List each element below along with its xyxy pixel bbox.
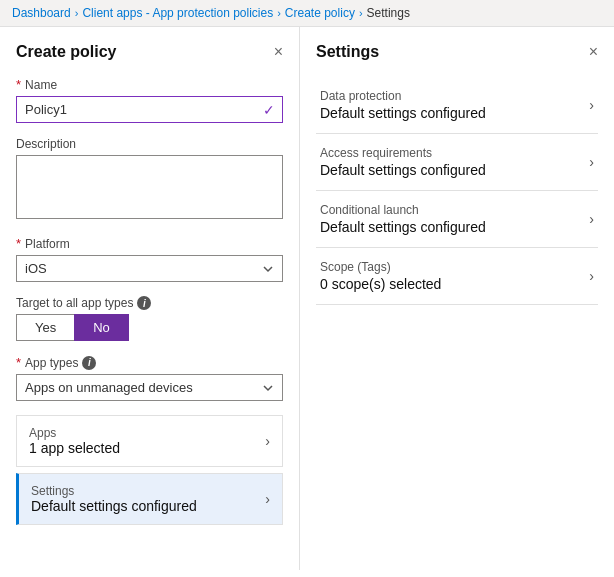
name-field-group: * Name ✓ (16, 77, 283, 123)
apps-nav-subtitle: 1 app selected (29, 440, 120, 456)
conditional-launch-content: Conditional launch Default settings conf… (320, 203, 486, 235)
breadcrumb-sep-2: › (277, 7, 281, 19)
data-protection-subtitle: Default settings configured (320, 105, 486, 121)
access-requirements-subtitle: Default settings configured (320, 162, 486, 178)
description-input[interactable] (16, 155, 283, 219)
app-types-info-icon[interactable]: i (82, 356, 96, 370)
access-requirements-title: Access requirements (320, 146, 486, 160)
scope-tags-item[interactable]: Scope (Tags) 0 scope(s) selected › (316, 248, 598, 305)
settings-nav-item[interactable]: Settings Default settings configured › (16, 473, 283, 525)
access-requirements-chevron-icon: › (589, 154, 594, 170)
settings-nav-content: Settings Default settings configured (31, 484, 197, 514)
target-toggle-label: Target to all app types i (16, 296, 283, 310)
breadcrumb-dashboard[interactable]: Dashboard (12, 6, 71, 20)
target-toggle-group: Target to all app types i Yes No (16, 296, 283, 341)
name-input[interactable] (16, 96, 283, 123)
platform-field-group: * Platform iOS Android Windows (16, 236, 283, 282)
left-panel-title: Create policy (16, 43, 116, 61)
apps-nav-content: Apps 1 app selected (29, 426, 120, 456)
main-content: Create policy × * Name ✓ Description * (0, 27, 614, 570)
settings-nav-title: Settings (31, 484, 197, 498)
settings-chevron-icon: › (265, 491, 270, 507)
app-types-field-group: * App types i Apps on unmanaged devices … (16, 355, 283, 401)
conditional-launch-item[interactable]: Conditional launch Default settings conf… (316, 191, 598, 248)
app-types-select[interactable]: Apps on unmanaged devices All apps (16, 374, 283, 401)
platform-select[interactable]: iOS Android Windows (16, 255, 283, 282)
description-label: Description (16, 137, 283, 151)
breadcrumb: Dashboard › Client apps - App protection… (0, 0, 614, 27)
data-protection-content: Data protection Default settings configu… (320, 89, 486, 121)
access-requirements-content: Access requirements Default settings con… (320, 146, 486, 178)
app-types-label: * App types i (16, 355, 283, 370)
scope-tags-title: Scope (Tags) (320, 260, 441, 274)
breadcrumb-create-policy[interactable]: Create policy (285, 6, 355, 20)
left-panel: Create policy × * Name ✓ Description * (0, 27, 300, 570)
platform-required-star: * (16, 236, 21, 251)
access-requirements-item[interactable]: Access requirements Default settings con… (316, 134, 598, 191)
name-input-wrapper: ✓ (16, 96, 283, 123)
settings-nav-subtitle: Default settings configured (31, 498, 197, 514)
breadcrumb-settings: Settings (367, 6, 410, 20)
apps-nav-item[interactable]: Apps 1 app selected › (16, 415, 283, 467)
conditional-launch-title: Conditional launch (320, 203, 486, 217)
name-required-star: * (16, 77, 21, 92)
data-protection-item[interactable]: Data protection Default settings configu… (316, 77, 598, 134)
apps-nav-title: Apps (29, 426, 120, 440)
conditional-launch-chevron-icon: › (589, 211, 594, 227)
left-panel-close-button[interactable]: × (274, 44, 283, 60)
conditional-launch-subtitle: Default settings configured (320, 219, 486, 235)
apps-chevron-icon: › (265, 433, 270, 449)
app-types-required-star: * (16, 355, 21, 370)
right-panel-title: Settings (316, 43, 379, 61)
target-no-button[interactable]: No (74, 314, 129, 341)
target-info-icon[interactable]: i (137, 296, 151, 310)
right-panel-close-button[interactable]: × (589, 44, 598, 60)
platform-label: * Platform (16, 236, 283, 251)
scope-tags-chevron-icon: › (589, 268, 594, 284)
name-label: * Name (16, 77, 283, 92)
breadcrumb-sep-3: › (359, 7, 363, 19)
right-panel: Settings × Data protection Default setti… (300, 27, 614, 570)
target-toggle: Yes No (16, 314, 283, 341)
data-protection-title: Data protection (320, 89, 486, 103)
scope-tags-subtitle: 0 scope(s) selected (320, 276, 441, 292)
name-check-icon: ✓ (263, 102, 275, 118)
data-protection-chevron-icon: › (589, 97, 594, 113)
target-yes-button[interactable]: Yes (16, 314, 74, 341)
scope-tags-content: Scope (Tags) 0 scope(s) selected (320, 260, 441, 292)
left-panel-header: Create policy × (16, 43, 283, 61)
description-field-group: Description (16, 137, 283, 222)
breadcrumb-client-apps[interactable]: Client apps - App protection policies (82, 6, 273, 20)
right-panel-header: Settings × (316, 43, 598, 61)
breadcrumb-sep-1: › (75, 7, 79, 19)
